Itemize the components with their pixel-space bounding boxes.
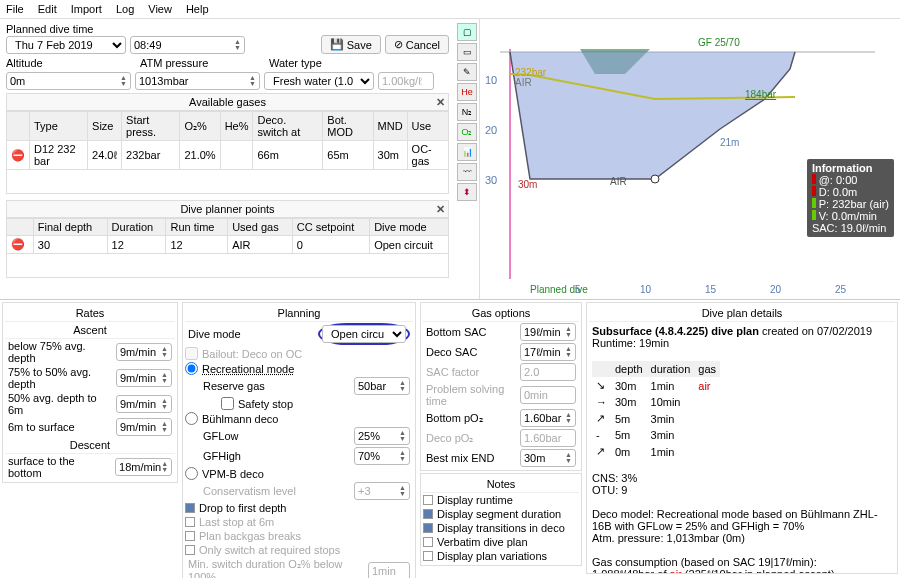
salinity-input: 1.00kg/ℓ [378,72,434,90]
gfhigh-input[interactable]: 70%▲▼ [354,447,410,465]
chart-toolbar: ▢ ▭ ✎ He N₂ O₂ 📊 〰 ⬍ [455,19,479,299]
details-title: Dive plan details [589,305,895,322]
bailout-check [185,347,198,360]
close-icon[interactable]: ✕ [436,203,445,216]
safety-stop-check[interactable] [221,397,234,410]
date-select[interactable]: Thu 7 Feb 2019 [6,36,126,54]
menu-import[interactable]: Import [71,3,102,15]
chart-tooltip: Information @: 0:00 D: 0.0m P: 232bar (a… [807,159,894,237]
tool-photo-icon[interactable]: ✎ [457,63,477,81]
menu-log[interactable]: Log [116,3,134,15]
x-tick: 5 [575,284,581,295]
gas-options-panel: Gas options Bottom SAC19ℓ/min▲▼ Deco SAC… [420,302,582,471]
ascent-title: Ascent [5,322,175,339]
tool-graph-icon[interactable]: 📊 [457,143,477,161]
menu-view[interactable]: View [148,3,172,15]
water-label: Water type [269,57,322,69]
atm-input[interactable]: 1013mbar▲▼ [135,72,260,90]
notes-title: Notes [423,476,579,493]
menu-file[interactable]: File [6,3,24,15]
chart-30m-label: 30m [518,179,537,190]
rec-mode-radio[interactable] [185,362,198,375]
menu-bar: File Edit Import Log View Help [0,0,900,19]
menu-help[interactable]: Help [186,3,209,15]
save-button[interactable]: 💾 Save [321,35,381,54]
chart-air-label: AIR [515,77,532,88]
reserve-gas-input[interactable]: 50bar▲▼ [354,377,410,395]
vpm-radio[interactable] [185,467,198,480]
planner-points-header: Dive planner points✕ [6,200,449,218]
variations-check[interactable] [423,551,433,561]
svg-point-3 [651,175,659,183]
ascent-rate-1[interactable]: 9m/min▲▼ [116,343,172,361]
gflow-input[interactable]: 25%▲▼ [354,427,410,445]
menu-edit[interactable]: Edit [38,3,57,15]
planner-table: Final depthDurationRun time Used gasCC s… [6,218,449,254]
ascent-rate-3[interactable]: 9m/min▲▼ [116,395,172,413]
close-icon[interactable]: ✕ [436,96,445,109]
descent-rate[interactable]: 18m/min▲▼ [115,458,172,476]
chart-gf-label: GF 25/70 [698,37,740,48]
x-tick: 25 [835,284,846,295]
available-gases-header: Available gases✕ [6,93,449,111]
tool-he-icon[interactable]: He [457,83,477,101]
dive-settings-panel: Planned dive time Thu 7 Feb 2019 08:49▲▼… [0,19,455,299]
svg-text:30: 30 [485,174,497,186]
planned-time-label: Planned dive time [6,23,449,35]
best-mix-end-input[interactable]: 30m▲▼ [520,449,576,467]
tool-hr-icon[interactable]: 〰 [457,163,477,181]
x-tick: 10 [640,284,651,295]
dive-profile-chart[interactable]: 10 20 30 232bar AIR AIR 30m 184bar 21m G… [479,19,900,299]
ascent-rate-2[interactable]: 9m/min▲▼ [116,369,172,387]
rates-title: Rates [5,305,175,322]
delete-icon[interactable]: ⛔ [7,141,30,170]
descent-title: Descent [5,437,175,454]
cancel-button[interactable]: ⊘ Cancel [385,35,449,54]
buhlmann-radio[interactable] [185,412,198,425]
bottom-sac-input[interactable]: 19ℓ/min▲▼ [520,323,576,341]
chart-184bar-label: 184bar [745,89,776,100]
table-row[interactable]: ⛔ D12 232 bar24.0ℓ232bar 21.0%66m 65m30m… [7,141,449,170]
x-tick: 20 [770,284,781,295]
dive-plan-details: Dive plan details Subsurface (4.8.4.225)… [586,302,898,574]
chart-air-label-2: AIR [610,176,627,187]
notes-panel: Notes Display runtime Display segment du… [420,473,582,566]
runtime-check[interactable] [423,495,433,505]
delete-icon[interactable]: ⛔ [7,236,34,254]
trans-check[interactable] [423,523,433,533]
dive-mode-select[interactable]: Open circuit [322,325,406,343]
plan-table: depthdurationgas ↘30m1minair →30m10min ↗… [592,361,720,460]
tool-ruler-icon[interactable]: ▭ [457,43,477,61]
water-select[interactable]: Fresh water (1.00kg/ℓ) [264,72,374,90]
tool-o2-icon[interactable]: O₂ [457,123,477,141]
x-tick: 15 [705,284,716,295]
bottom-po2-input[interactable]: 1.60bar▲▼ [520,409,576,427]
table-row[interactable]: ⛔ 301212 AIR0Open circuit [7,236,449,254]
gas-options-title: Gas options [423,305,579,322]
tool-scale-icon[interactable]: ⬍ [457,183,477,201]
tool-n2-icon[interactable]: N₂ [457,103,477,121]
atm-label: ATM pressure [140,57,265,69]
segdur-check[interactable] [423,509,433,519]
altitude-label: Altitude [6,57,136,69]
rates-panel: Rates Ascent below 75% avg. depth9m/min▲… [2,302,178,483]
svg-text:20: 20 [485,124,497,136]
planning-title: Planning [185,305,413,322]
tool-profile-icon[interactable]: ▢ [457,23,477,41]
ascent-rate-4[interactable]: 9m/min▲▼ [116,418,172,436]
planning-panel: Planning Dive mode Open circuit Bailout:… [182,302,416,578]
drop-first-check[interactable] [185,503,195,513]
altitude-input[interactable]: 0m▲▼ [6,72,131,90]
time-input[interactable]: 08:49▲▼ [130,36,245,54]
verbatim-check[interactable] [423,537,433,547]
gases-table: TypeSizeStart press. O₂%He%Deco. switch … [6,111,449,170]
deco-sac-input[interactable]: 17ℓ/min▲▼ [520,343,576,361]
svg-text:10: 10 [485,74,497,86]
chart-21m-label: 21m [720,137,739,148]
